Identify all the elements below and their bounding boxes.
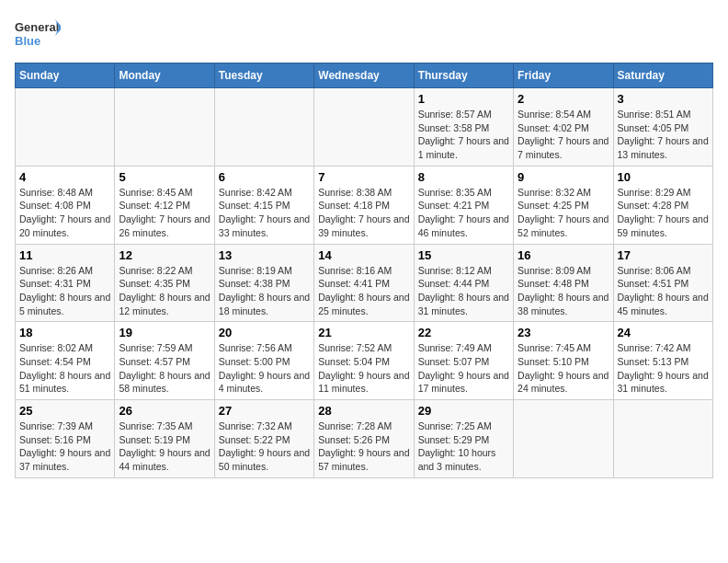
calendar-cell: 19Sunrise: 7:59 AM Sunset: 4:57 PM Dayli… [115,322,214,400]
day-number: 4 [19,170,110,184]
day-info: Sunrise: 8:22 AM Sunset: 4:35 PM Dayligh… [119,264,210,318]
calendar-cell: 25Sunrise: 7:39 AM Sunset: 5:16 PM Dayli… [16,400,115,478]
calendar-cell: 10Sunrise: 8:29 AM Sunset: 4:28 PM Dayli… [613,166,712,244]
day-info: Sunrise: 7:35 AM Sunset: 5:19 PM Dayligh… [119,419,210,474]
calendar-cell: 16Sunrise: 8:09 AM Sunset: 4:48 PM Dayli… [514,244,613,322]
header: General Blue [15,15,713,53]
calendar-week-row: 11Sunrise: 8:26 AM Sunset: 4:31 PM Dayli… [16,244,713,322]
day-info: Sunrise: 7:52 AM Sunset: 5:04 PM Dayligh… [318,341,409,396]
day-info: Sunrise: 7:56 AM Sunset: 5:00 PM Dayligh… [219,341,310,396]
day-number: 7 [318,170,409,184]
calendar-cell: 14Sunrise: 8:16 AM Sunset: 4:41 PM Dayli… [314,244,414,322]
day-number: 10 [618,170,709,184]
calendar-cell: 2Sunrise: 8:54 AM Sunset: 4:02 PM Daylig… [514,88,613,167]
calendar-cell: 21Sunrise: 7:52 AM Sunset: 5:04 PM Dayli… [314,322,414,400]
calendar-header-saturday: Saturday [613,63,712,88]
calendar-cell: 9Sunrise: 8:32 AM Sunset: 4:25 PM Daylig… [514,166,613,244]
svg-text:General: General [15,20,59,34]
calendar-cell: 3Sunrise: 8:51 AM Sunset: 4:05 PM Daylig… [613,88,712,167]
day-number: 8 [418,170,509,184]
day-number: 27 [219,404,310,418]
day-number: 16 [518,248,609,262]
calendar-cell: 15Sunrise: 8:12 AM Sunset: 4:44 PM Dayli… [414,244,513,322]
day-number: 3 [618,92,709,106]
calendar-cell: 1Sunrise: 8:57 AM Sunset: 3:58 PM Daylig… [414,88,513,167]
day-number: 9 [518,170,609,184]
day-number: 14 [318,248,409,262]
day-info: Sunrise: 8:19 AM Sunset: 4:38 PM Dayligh… [219,264,310,318]
logo: General Blue [15,15,61,53]
calendar-week-row: 4Sunrise: 8:48 AM Sunset: 4:08 PM Daylig… [16,166,713,244]
day-info: Sunrise: 7:45 AM Sunset: 5:10 PM Dayligh… [518,341,609,396]
day-number: 26 [119,404,210,418]
calendar-cell: 28Sunrise: 7:28 AM Sunset: 5:26 PM Dayli… [314,400,414,478]
day-info: Sunrise: 8:06 AM Sunset: 4:51 PM Dayligh… [618,264,709,318]
day-info: Sunrise: 7:25 AM Sunset: 5:29 PM Dayligh… [418,419,509,474]
day-info: Sunrise: 8:57 AM Sunset: 3:58 PM Dayligh… [418,108,509,162]
calendar-week-row: 18Sunrise: 8:02 AM Sunset: 4:54 PM Dayli… [16,322,713,400]
day-info: Sunrise: 8:02 AM Sunset: 4:54 PM Dayligh… [19,341,110,396]
day-info: Sunrise: 8:45 AM Sunset: 4:12 PM Dayligh… [119,186,210,240]
day-number: 18 [19,326,110,339]
day-info: Sunrise: 7:42 AM Sunset: 5:13 PM Dayligh… [618,341,709,396]
day-number: 15 [418,248,509,262]
day-info: Sunrise: 8:42 AM Sunset: 4:15 PM Dayligh… [219,186,310,240]
calendar-table: SundayMondayTuesdayWednesdayThursdayFrid… [15,63,713,478]
calendar-cell: 13Sunrise: 8:19 AM Sunset: 4:38 PM Dayli… [214,244,313,322]
day-number: 2 [518,92,609,106]
calendar-cell: 8Sunrise: 8:35 AM Sunset: 4:21 PM Daylig… [414,166,513,244]
day-number: 21 [318,326,409,339]
svg-text:Blue: Blue [15,34,40,48]
day-number: 29 [418,404,509,418]
calendar-cell [314,88,414,167]
day-info: Sunrise: 8:09 AM Sunset: 4:48 PM Dayligh… [518,264,609,318]
calendar-header-row: SundayMondayTuesdayWednesdayThursdayFrid… [16,63,713,88]
calendar-cell [16,88,115,167]
day-number: 25 [19,404,110,418]
day-info: Sunrise: 8:29 AM Sunset: 4:28 PM Dayligh… [618,186,709,240]
logo-svg: General Blue [15,15,61,53]
calendar-week-row: 1Sunrise: 8:57 AM Sunset: 3:58 PM Daylig… [16,88,713,167]
calendar-cell: 12Sunrise: 8:22 AM Sunset: 4:35 PM Dayli… [115,244,214,322]
day-number: 17 [618,248,709,262]
day-info: Sunrise: 8:48 AM Sunset: 4:08 PM Dayligh… [19,186,110,240]
day-info: Sunrise: 7:59 AM Sunset: 4:57 PM Dayligh… [119,341,210,396]
calendar-cell: 7Sunrise: 8:38 AM Sunset: 4:18 PM Daylig… [314,166,414,244]
calendar-header-thursday: Thursday [414,63,513,88]
calendar-cell [115,88,214,167]
day-number: 20 [219,326,310,339]
calendar-week-row: 25Sunrise: 7:39 AM Sunset: 5:16 PM Dayli… [16,400,713,478]
day-info: Sunrise: 8:54 AM Sunset: 4:02 PM Dayligh… [518,108,609,162]
calendar-cell: 18Sunrise: 8:02 AM Sunset: 4:54 PM Dayli… [16,322,115,400]
day-info: Sunrise: 8:38 AM Sunset: 4:18 PM Dayligh… [318,186,409,240]
day-number: 11 [19,248,110,262]
calendar-cell [613,400,712,478]
calendar-cell: 4Sunrise: 8:48 AM Sunset: 4:08 PM Daylig… [16,166,115,244]
day-number: 22 [418,326,509,339]
day-number: 1 [418,92,509,106]
day-info: Sunrise: 7:49 AM Sunset: 5:07 PM Dayligh… [418,341,509,396]
calendar-cell: 24Sunrise: 7:42 AM Sunset: 5:13 PM Dayli… [613,322,712,400]
calendar-header-friday: Friday [514,63,613,88]
day-info: Sunrise: 7:39 AM Sunset: 5:16 PM Dayligh… [19,419,110,474]
calendar-cell: 11Sunrise: 8:26 AM Sunset: 4:31 PM Dayli… [16,244,115,322]
calendar-cell [514,400,613,478]
day-info: Sunrise: 7:28 AM Sunset: 5:26 PM Dayligh… [318,419,409,474]
calendar-cell: 20Sunrise: 7:56 AM Sunset: 5:00 PM Dayli… [214,322,313,400]
day-info: Sunrise: 8:35 AM Sunset: 4:21 PM Dayligh… [418,186,509,240]
calendar-cell: 23Sunrise: 7:45 AM Sunset: 5:10 PM Dayli… [514,322,613,400]
day-number: 24 [618,326,709,339]
calendar-cell: 27Sunrise: 7:32 AM Sunset: 5:22 PM Dayli… [214,400,313,478]
calendar-header-monday: Monday [115,63,214,88]
day-number: 6 [219,170,310,184]
day-number: 23 [518,326,609,339]
day-info: Sunrise: 8:32 AM Sunset: 4:25 PM Dayligh… [518,186,609,240]
calendar-cell: 26Sunrise: 7:35 AM Sunset: 5:19 PM Dayli… [115,400,214,478]
day-number: 19 [119,326,210,339]
day-number: 13 [219,248,310,262]
day-info: Sunrise: 8:16 AM Sunset: 4:41 PM Dayligh… [318,264,409,318]
day-info: Sunrise: 8:12 AM Sunset: 4:44 PM Dayligh… [418,264,509,318]
day-number: 5 [119,170,210,184]
day-number: 28 [318,404,409,418]
calendar-cell: 17Sunrise: 8:06 AM Sunset: 4:51 PM Dayli… [613,244,712,322]
